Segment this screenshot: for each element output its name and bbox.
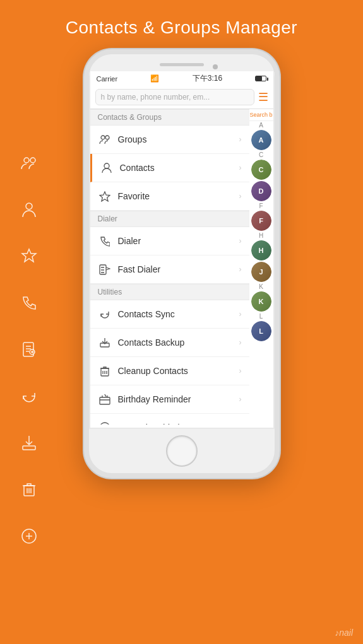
groups-icon: [98, 132, 112, 146]
wifi-icon: 📶: [150, 74, 159, 83]
fast-dialer-chevron: ›: [239, 265, 242, 274]
contacts-icon: [100, 161, 114, 175]
dialer-icon: [98, 234, 112, 248]
star-icon[interactable]: [18, 245, 40, 267]
trash-icon[interactable]: [18, 478, 40, 501]
avatar-h: H: [251, 240, 271, 261]
section-dialer: Dialer: [90, 211, 249, 227]
battery-icon: [255, 76, 266, 81]
recently-added-chevron: ›: [239, 423, 242, 424]
phone-book-icon[interactable]: [18, 338, 40, 361]
section-contacts-groups: Contacts & Groups: [90, 109, 249, 126]
svg-point-1: [30, 158, 35, 163]
fast-dialer-icon: [98, 262, 112, 276]
alpha-letter-f[interactable]: F: [259, 202, 263, 210]
groups-label: Groups: [118, 134, 239, 144]
phone-frame: Carrier 📶 下午3:16 h by name, phone number…: [84, 49, 280, 478]
sync-menu-icon: [98, 307, 112, 321]
menu-item-birthday-reminder[interactable]: Birthday Reminder ›: [90, 385, 249, 414]
status-bar: Carrier 📶 下午3:16: [90, 71, 273, 86]
recently-added-label: Recently Added Cont...: [118, 423, 239, 424]
cleanup-contacts-chevron: ›: [239, 366, 242, 375]
contacts-backup-label: Contacts Backup: [118, 337, 239, 348]
section-utilities: Utilities: [90, 284, 249, 300]
home-button[interactable]: [166, 435, 198, 467]
phone-screen: Carrier 📶 下午3:16 h by name, phone number…: [89, 71, 275, 429]
download-icon[interactable]: [18, 431, 40, 454]
carrier-label: Carrier: [97, 75, 118, 83]
avatar-h2: J: [251, 262, 271, 282]
avatar-c: C: [251, 160, 271, 180]
search-input[interactable]: h by name, phone number, em...: [95, 89, 254, 105]
alpha-letter-h[interactable]: H: [259, 231, 263, 240]
contacts-backup-chevron: ›: [239, 338, 242, 347]
alpha-index: Search b A A C C D F: [249, 109, 273, 424]
svg-point-2: [26, 203, 32, 209]
menu-item-fast-dialer[interactable]: Fast Dialer ›: [90, 255, 249, 284]
menu-item-contacts-sync[interactable]: Contacts Sync ›: [90, 300, 249, 329]
favorite-chevron: ›: [239, 192, 242, 201]
menu-list: Contacts & Groups Groups ›: [90, 109, 249, 424]
birthday-reminder-chevron: ›: [239, 395, 242, 404]
svg-point-17: [100, 423, 110, 424]
fast-dialer-label: Fast Dialer: [118, 264, 239, 274]
watermark: ♪​nail: [335, 628, 353, 638]
contacts-group-icon[interactable]: [18, 151, 40, 174]
contacts-sync-label: Contacts Sync: [118, 309, 239, 319]
dialer-label: Dialer: [118, 236, 239, 246]
phone-speaker: [160, 63, 204, 66]
avatar-k: K: [251, 291, 271, 312]
alpha-search[interactable]: Search b: [249, 109, 273, 121]
avatar-a: A: [251, 130, 271, 150]
status-time: 下午3:16: [193, 73, 222, 84]
menu-item-contacts[interactable]: Contacts ›: [90, 154, 249, 182]
svg-point-11: [104, 163, 109, 168]
alpha-letter-c[interactable]: C: [259, 151, 263, 159]
menu-item-favorite[interactable]: Favorite ›: [90, 182, 249, 211]
avatar-c2: D: [251, 181, 271, 201]
dialer-chevron: ›: [239, 237, 242, 245]
add-circle-icon[interactable]: [18, 525, 40, 547]
contacts-sync-chevron: ›: [239, 310, 242, 319]
birthday-menu-icon: [98, 392, 112, 406]
svg-point-10: [105, 136, 109, 139]
cleanup-contacts-label: Cleanup Contacts: [118, 366, 239, 376]
groups-chevron: ›: [239, 135, 242, 144]
birthday-reminder-label: Birthday Reminder: [118, 394, 239, 404]
person-icon[interactable]: [18, 198, 40, 221]
status-right: [255, 76, 266, 81]
contacts-chevron: ›: [239, 163, 242, 172]
avatar-f: F: [251, 211, 271, 231]
sync-icon[interactable]: [18, 385, 40, 407]
list-icon[interactable]: ☰: [258, 90, 268, 104]
phone-camera: [213, 64, 218, 69]
menu-item-recently-added[interactable]: Recently Added Cont... ›: [90, 414, 249, 424]
sidebar-icons: [18, 151, 40, 547]
svg-rect-16: [100, 397, 110, 404]
search-bar[interactable]: h by name, phone number, em... ☰: [90, 86, 273, 109]
favorite-icon: [98, 189, 112, 203]
alpha-letter-k[interactable]: K: [259, 283, 263, 291]
recently-added-menu-icon: [98, 421, 112, 424]
svg-marker-3: [22, 249, 36, 262]
backup-menu-icon: [98, 336, 112, 349]
menu-item-groups[interactable]: Groups ›: [90, 126, 249, 154]
svg-point-9: [101, 136, 105, 139]
svg-marker-12: [100, 192, 110, 201]
cleanup-menu-icon: [98, 364, 112, 378]
contacts-label: Contacts: [120, 163, 239, 173]
menu-item-cleanup-contacts[interactable]: Cleanup Contacts ›: [90, 357, 249, 385]
app-title: Contacts & Groups Manager: [0, 0, 363, 49]
menu-item-dialer[interactable]: Dialer ›: [90, 227, 249, 255]
menu-item-contacts-backup[interactable]: Contacts Backup ›: [90, 329, 249, 357]
alpha-letter-l[interactable]: L: [259, 312, 263, 320]
favorite-label: Favorite: [118, 191, 239, 201]
svg-rect-6: [23, 446, 35, 450]
call-icon[interactable]: [18, 291, 40, 314]
avatar-l: L: [251, 321, 271, 341]
alpha-letter-a[interactable]: A: [259, 121, 263, 129]
menu-screen: Contacts & Groups Groups ›: [90, 109, 273, 424]
phone-device: Carrier 📶 下午3:16 h by name, phone number…: [0, 49, 363, 478]
svg-point-0: [24, 158, 29, 163]
